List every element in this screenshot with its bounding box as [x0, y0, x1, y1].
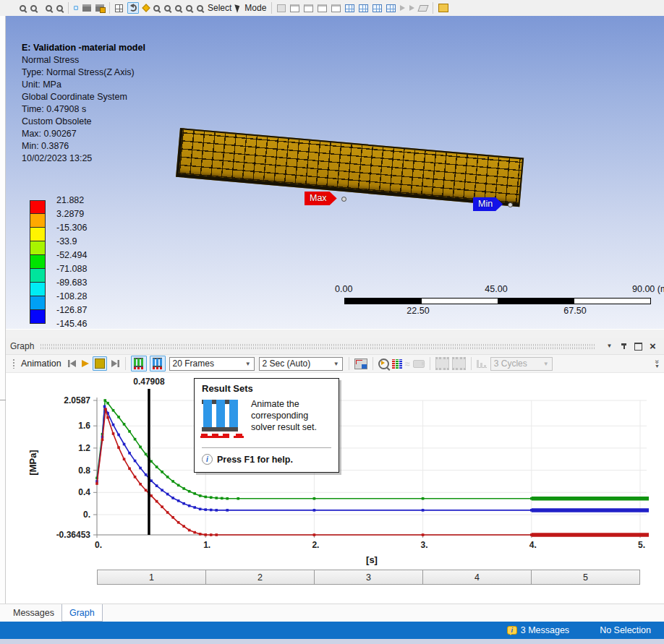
magnifier-icon[interactable] — [153, 5, 160, 12]
export-video-icon[interactable] — [354, 359, 367, 369]
go-to-start-button[interactable] — [67, 359, 77, 368]
bluegrid-icon[interactable] — [359, 4, 368, 12]
trace-icon[interactable]: ≈ — [405, 359, 410, 369]
legend-band[interactable] — [30, 283, 46, 296]
magnifier-icon[interactable] — [56, 5, 63, 12]
maximize-icon[interactable] — [633, 341, 644, 352]
max-annotation-flag[interactable]: Max — [305, 192, 337, 205]
mode-dropdown[interactable]: Mode — [244, 3, 266, 13]
result-set-cell[interactable]: 4 — [422, 570, 531, 584]
arrow-icon[interactable] — [400, 5, 405, 11]
y-tick-label: 0.8 — [78, 465, 90, 476]
red-series-marker — [134, 476, 137, 478]
magnifier-icon — [46, 5, 52, 12]
speed-dropdown[interactable]: 2 Sec (Auto)▼ — [259, 357, 343, 371]
filmstrip-icon[interactable] — [452, 357, 466, 370]
meshed-beam-model[interactable] — [176, 128, 524, 207]
y-tick-label: 0. — [83, 510, 90, 520]
panel-gap — [0, 329, 664, 338]
frames-dropdown[interactable]: 20 Frames▼ — [169, 357, 255, 371]
legend-band[interactable] — [30, 200, 46, 214]
star-icon[interactable] — [143, 5, 149, 11]
result-set-cell[interactable]: 2 — [205, 570, 314, 584]
goldbox-icon[interactable] — [438, 4, 448, 12]
legend-band[interactable] — [30, 269, 46, 283]
geometry-viewport[interactable]: E: Validation -material model Normal Str… — [6, 16, 664, 329]
separator — [109, 2, 110, 14]
tab-graph[interactable]: Graph — [61, 604, 103, 622]
legend-band[interactable] — [30, 228, 46, 241]
eraser-icon[interactable] — [419, 5, 427, 12]
bluegrid-icon — [345, 4, 354, 12]
pane-icon[interactable] — [290, 4, 299, 12]
bluegrid-icon[interactable] — [386, 4, 396, 12]
result-grid-icon[interactable] — [392, 359, 402, 369]
distributed-result-sets-button[interactable] — [131, 356, 147, 372]
grid-icon[interactable] — [115, 4, 123, 12]
green-series-marker — [215, 497, 218, 499]
magnifier-icon — [164, 5, 171, 12]
arrow-icon[interactable] — [409, 5, 414, 11]
result-set-cell[interactable]: 1 — [98, 570, 205, 584]
result-set-cell[interactable]: 3 — [314, 570, 422, 584]
zoom-play-icon[interactable] — [378, 359, 389, 369]
messages-status[interactable]: i 3 Messages — [507, 625, 569, 635]
panel-drag-texture[interactable] — [40, 343, 595, 350]
info-line: Normal Stress — [22, 54, 145, 66]
bluegrid-icon[interactable] — [345, 4, 354, 12]
cube-gold-icon — [95, 4, 104, 12]
histogram-icon[interactable] — [477, 359, 487, 368]
play-button[interactable] — [80, 359, 90, 368]
filmstrip-icon[interactable] — [435, 357, 449, 370]
info-line: Global Coordinate System — [22, 91, 145, 103]
legend-band[interactable] — [30, 296, 46, 310]
toolbar-overflow-button[interactable]: »▼ — [655, 359, 660, 369]
blue-series-marker — [193, 506, 196, 509]
cube-gold-icon[interactable] — [95, 4, 104, 12]
legend-band[interactable] — [30, 310, 46, 324]
cube-icon[interactable] — [82, 4, 91, 12]
green-series-marker — [182, 487, 185, 490]
magnifier-icon[interactable] — [30, 5, 37, 12]
magnifier-icon — [175, 5, 182, 12]
y-tick-label: 2.0587 — [64, 395, 90, 405]
flag-icon[interactable] — [277, 4, 286, 12]
pane-icon[interactable] — [304, 4, 313, 12]
rotate-icon[interactable] — [127, 2, 139, 14]
legend-band[interactable] — [30, 255, 46, 269]
result-set-bar[interactable]: 12345 — [97, 570, 640, 585]
legend-band[interactable] — [30, 214, 46, 228]
speed-value: 2 Sec (Auto) — [263, 359, 311, 369]
result-set-cell[interactable]: 5 — [531, 570, 639, 584]
x-tick-label: 1. — [203, 540, 210, 550]
iso-view-icon[interactable] — [74, 6, 78, 10]
pin-icon[interactable] — [618, 341, 629, 352]
result-sets-button[interactable] — [150, 356, 166, 372]
magnifier-icon[interactable] — [46, 5, 52, 12]
magnifier-icon[interactable] — [175, 5, 182, 12]
magnifier-icon[interactable] — [186, 5, 192, 12]
stop-button[interactable] — [93, 356, 107, 371]
pane-icon[interactable] — [331, 4, 341, 12]
x-tick-label: 3. — [421, 540, 428, 550]
close-icon[interactable]: × — [647, 341, 658, 352]
go-to-end-button[interactable] — [110, 359, 120, 368]
toolbar-drag-handle-icon[interactable] — [12, 359, 16, 369]
legend-band[interactable] — [30, 241, 46, 255]
select-dropdown[interactable]: Select — [208, 3, 231, 13]
contour-legend[interactable]: 21.8823.2879-15.306-33.9-52.494-71.088-8… — [30, 194, 124, 335]
result-info-block: E: Validation -material model Normal Str… — [22, 42, 145, 165]
magnifier-icon[interactable] — [20, 5, 26, 12]
graph-panel-header[interactable]: Graph ▼ × — [6, 338, 664, 354]
tab-messages[interactable]: Messages — [6, 604, 61, 622]
cursor-icon — [235, 3, 242, 12]
panel-menu-icon[interactable]: ▼ — [604, 341, 615, 352]
camera-icon[interactable] — [413, 360, 425, 368]
blue-series-marker — [156, 484, 158, 487]
pane-icon[interactable] — [318, 4, 327, 12]
magnifier-icon[interactable] — [197, 5, 203, 12]
bluegrid-icon[interactable] — [373, 4, 382, 12]
magnifier-icon[interactable] — [164, 5, 171, 12]
cursor-icon[interactable] — [236, 4, 240, 12]
y-tick-label: 0.4 — [78, 487, 90, 497]
